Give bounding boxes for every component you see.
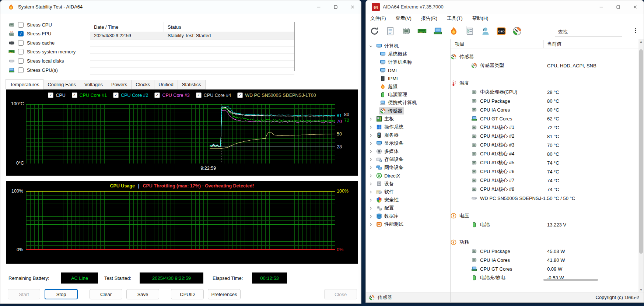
chevron-right-icon[interactable] — [368, 149, 373, 154]
cpuid-button[interactable]: CPUID — [171, 289, 204, 299]
user-icon[interactable] — [480, 27, 490, 36]
tree-item-操作系统[interactable]: 操作系统 — [366, 123, 450, 131]
sensor-row-CPU Package[interactable]: CPU Package 45.03 W — [451, 247, 638, 256]
sensor-row-功耗[interactable]: 功耗 — [451, 238, 638, 247]
scroll-up-arrow[interactable]: ▲ — [638, 39, 644, 44]
sensor-row-CPU Package[interactable]: CPU Package 80 °C — [451, 96, 638, 105]
sensor-row-CPU IA Cores[interactable]: CPU IA Cores 80 °C — [451, 105, 638, 114]
menu-item[interactable]: 文件(F) — [370, 15, 386, 22]
sensor-row-CPU GT Cores[interactable]: CPU GT Cores 62 °C — [451, 114, 638, 123]
checklist-icon[interactable] — [465, 27, 474, 36]
minimize-button[interactable] — [310, 0, 327, 14]
stress-option-stress-system-memory[interactable]: Stress system memory — [8, 48, 76, 56]
tree-item-安全性[interactable]: 安全性 — [366, 196, 450, 204]
save-button[interactable]: Save — [126, 289, 159, 299]
chevron-right-icon[interactable] — [368, 173, 373, 178]
clear-button[interactable]: Clear — [90, 289, 122, 299]
chevron-right-icon[interactable] — [368, 214, 373, 219]
chip-icon[interactable] — [401, 27, 411, 36]
sensor-row-温度[interactable]: 温度 — [451, 79, 638, 88]
stress-option-stress-cpu[interactable]: Stress CPU — [8, 21, 52, 28]
sensor-row-CPU #1/核心 #2[interactable]: CPU #1/核心 #2 81 °C — [451, 132, 638, 141]
horizontal-scrollbar[interactable] — [543, 279, 631, 281]
checkbox-icon[interactable] — [18, 40, 24, 46]
maximize-button[interactable] — [610, 0, 627, 14]
checkbox-icon[interactable]: ✓ — [48, 92, 53, 98]
chevron-right-icon[interactable] — [368, 125, 373, 130]
legend-item[interactable]: ✓ CPU Core #2 — [113, 92, 148, 98]
chevron-right-icon[interactable] — [368, 141, 373, 146]
tree-item-数据库[interactable]: 数据库 — [366, 212, 450, 220]
checkbox-icon[interactable] — [18, 58, 24, 64]
sensor-row-CPU #1/核心 #3[interactable]: CPU #1/核心 #3 70 °C — [451, 141, 638, 150]
sensor-row-CPU #1/核心 #5[interactable]: CPU #1/核心 #5 74 °C — [451, 158, 638, 167]
sensor-row-CPU #1/核心 #6[interactable]: CPU #1/核心 #6 74 °C — [451, 167, 638, 176]
checkbox-icon[interactable] — [18, 22, 24, 28]
tree-item-性能测试[interactable]: 性能测试 — [366, 220, 450, 228]
chevron-right-icon[interactable] — [368, 165, 373, 170]
gauge-icon[interactable] — [512, 27, 522, 36]
gpu-icon[interactable] — [433, 27, 442, 36]
sensor-row-电压[interactable]: 电压 — [451, 211, 638, 220]
osd-icon[interactable]: OSD — [496, 27, 506, 36]
stress-option-stress-local-disks[interactable]: Stress local disks — [8, 57, 64, 64]
legend-item[interactable]: ✓ WD PC SN5000S SDEPNSJ-1T00 — [237, 92, 316, 98]
tree-item-电源管理[interactable]: 电源管理 — [366, 91, 450, 99]
chevron-right-icon[interactable] — [368, 117, 373, 122]
minimize-button[interactable] — [593, 0, 610, 14]
tree-item-网络设备[interactable]: 网络设备 — [366, 163, 450, 172]
chevron-right-icon[interactable] — [368, 133, 373, 138]
chevron-right-icon[interactable] — [368, 206, 373, 211]
sensor-row-WD PC SN5000S SDEPNSJ-1...[interactable]: WD PC SN5000S SDEPNSJ-1... 50 °C / 50 °C — [451, 194, 638, 203]
stress-option-stress-fpu[interactable]: 123 ✓ Stress FPU — [8, 30, 51, 38]
close-button[interactable] — [344, 0, 361, 14]
memory-icon[interactable] — [417, 27, 427, 36]
tab-clocks[interactable]: Clocks — [131, 80, 154, 89]
tab-unified[interactable]: Unified — [154, 80, 178, 89]
tree-item-存储设备[interactable]: 存储设备 — [366, 155, 450, 163]
tree-item-显示设备[interactable]: 显示设备 — [366, 139, 450, 147]
chevron-right-icon[interactable] — [368, 222, 373, 227]
menu-item[interactable]: 报告(R) — [421, 15, 437, 22]
checkbox-icon[interactable]: ✓ — [196, 92, 202, 98]
chevron-right-icon[interactable] — [368, 198, 373, 203]
tab-voltages[interactable]: Voltages — [80, 80, 107, 89]
sensor-row-电池[interactable]: 电池 13.223 V — [451, 220, 638, 229]
sensor-row-中央处理器(CPU)[interactable]: 中央处理器(CPU) 28 °C — [451, 88, 638, 96]
tree-item-便携式计算机[interactable]: 便携式计算机 — [366, 99, 450, 107]
menu-item[interactable]: 工具(T) — [447, 15, 463, 22]
legend-item[interactable]: ✓ CPU Core #4 — [196, 92, 231, 98]
refresh-icon[interactable] — [370, 27, 379, 36]
close-button[interactable] — [627, 0, 644, 14]
search-input[interactable] — [555, 27, 622, 36]
scroll-down-arrow[interactable]: ▼ — [638, 287, 644, 292]
checkbox-icon[interactable]: ✓ — [72, 92, 77, 98]
menu-item[interactable]: 查看(V) — [396, 15, 412, 22]
tree-item-设备[interactable]: 设备 — [366, 180, 450, 188]
tab-statistics[interactable]: Statistics — [178, 80, 206, 89]
vertical-scrollbar[interactable]: ▲ ▼ — [638, 39, 644, 292]
sensor-row-CPU #1/核心 #8[interactable]: CPU #1/核心 #8 74 °C — [451, 185, 638, 194]
vertical-scrollbar-thumb[interactable] — [639, 49, 643, 254]
more-options-icon[interactable] — [633, 28, 638, 35]
sensor-row-CPU #1/核心 #7[interactable]: CPU #1/核心 #7 74 °C — [451, 176, 638, 185]
sensor-row-传感器类型[interactable]: 传感器类型 CPU, HDD, ACPI, SNB — [451, 61, 638, 70]
preferences-button[interactable]: Preferences — [208, 289, 241, 299]
stress-option-stress-gpu-s-[interactable]: Stress GPU(s) — [8, 66, 58, 74]
sensor-row-传感器[interactable]: 传感器 — [451, 52, 638, 61]
horizontal-scrollbar-thumb[interactable] — [543, 279, 598, 281]
tree-item-DirectX[interactable]: DirectX — [366, 172, 450, 180]
maximize-button[interactable] — [327, 0, 344, 14]
tab-temperatures[interactable]: Temperatures — [6, 79, 43, 89]
chevron-down-icon[interactable] — [368, 44, 373, 49]
tree-item-IPMI[interactable]: IPMI — [366, 74, 450, 82]
tree-item-配置[interactable]: 配置 — [366, 204, 450, 212]
checkbox-icon[interactable]: ✓ — [154, 92, 160, 98]
checkbox-icon[interactable]: ✓ — [18, 31, 24, 36]
legend-item[interactable]: ✓ CPU Core #3 — [154, 92, 189, 98]
tree-item-软件[interactable]: 软件 — [366, 188, 450, 196]
tree-item-系统概述[interactable]: 系统概述 — [366, 50, 450, 58]
chevron-right-icon[interactable] — [368, 182, 373, 186]
checkbox-icon[interactable]: ✓ — [113, 92, 119, 98]
legend-item[interactable]: ✓ CPU — [48, 92, 65, 98]
